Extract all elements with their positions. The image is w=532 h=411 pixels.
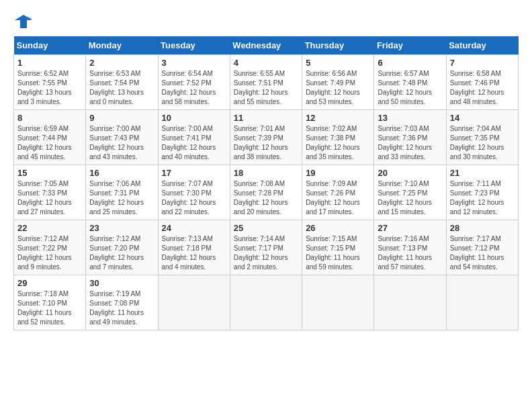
day-cell — [158, 275, 230, 330]
day-info: Sunrise: 6:54 AM Sunset: 7:52 PM Dayligh… — [162, 69, 226, 107]
day-info: Sunrise: 7:12 AM Sunset: 7:22 PM Dayligh… — [17, 234, 82, 272]
day-number: 14 — [450, 113, 515, 123]
day-cell — [230, 275, 302, 330]
day-cell: 13Sunrise: 7:03 AM Sunset: 7:36 PM Dayli… — [374, 110, 446, 165]
day-info: Sunrise: 7:13 AM Sunset: 7:18 PM Dayligh… — [162, 234, 226, 272]
day-info: Sunrise: 7:10 AM Sunset: 7:25 PM Dayligh… — [378, 179, 442, 217]
day-cell — [302, 275, 374, 330]
day-number: 29 — [17, 278, 82, 288]
day-number: 9 — [89, 113, 154, 123]
day-cell: 12Sunrise: 7:02 AM Sunset: 7:38 PM Dayli… — [302, 110, 374, 165]
day-info: Sunrise: 6:52 AM Sunset: 7:55 PM Dayligh… — [17, 69, 82, 107]
day-number: 28 — [450, 223, 515, 233]
day-cell: 27Sunrise: 7:16 AM Sunset: 7:13 PM Dayli… — [374, 220, 446, 275]
day-info: Sunrise: 6:58 AM Sunset: 7:46 PM Dayligh… — [450, 69, 515, 107]
day-info: Sunrise: 7:08 AM Sunset: 7:28 PM Dayligh… — [234, 179, 298, 217]
day-cell: 7Sunrise: 6:58 AM Sunset: 7:46 PM Daylig… — [446, 55, 518, 110]
day-cell: 16Sunrise: 7:06 AM Sunset: 7:31 PM Dayli… — [86, 165, 158, 220]
day-number: 13 — [378, 113, 442, 123]
day-cell: 22Sunrise: 7:12 AM Sunset: 7:22 PM Dayli… — [14, 220, 86, 275]
day-number: 1 — [17, 58, 82, 68]
day-info: Sunrise: 7:18 AM Sunset: 7:10 PM Dayligh… — [17, 289, 82, 327]
day-number: 24 — [162, 223, 226, 233]
week-row-1: 1Sunrise: 6:52 AM Sunset: 7:55 PM Daylig… — [14, 55, 519, 110]
day-cell: 28Sunrise: 7:17 AM Sunset: 7:12 PM Dayli… — [446, 220, 518, 275]
day-number: 3 — [162, 58, 226, 68]
day-number: 22 — [17, 223, 82, 233]
day-number: 21 — [450, 168, 515, 178]
day-number: 25 — [234, 223, 298, 233]
day-number: 11 — [234, 113, 298, 123]
day-number: 26 — [306, 223, 370, 233]
day-info: Sunrise: 7:14 AM Sunset: 7:17 PM Dayligh… — [234, 234, 298, 272]
day-cell: 20Sunrise: 7:10 AM Sunset: 7:25 PM Dayli… — [374, 165, 446, 220]
day-info: Sunrise: 7:04 AM Sunset: 7:35 PM Dayligh… — [450, 124, 515, 162]
day-info: Sunrise: 7:15 AM Sunset: 7:15 PM Dayligh… — [306, 234, 370, 272]
column-header-thursday: Thursday — [302, 36, 374, 55]
day-cell: 2Sunrise: 6:53 AM Sunset: 7:54 PM Daylig… — [86, 55, 158, 110]
day-info: Sunrise: 7:00 AM Sunset: 7:41 PM Dayligh… — [162, 124, 226, 162]
day-number: 27 — [378, 223, 442, 233]
page-header — [13, 13, 519, 30]
day-info: Sunrise: 7:12 AM Sunset: 7:20 PM Dayligh… — [89, 234, 154, 272]
day-number: 19 — [306, 168, 370, 178]
day-cell: 30Sunrise: 7:19 AM Sunset: 7:08 PM Dayli… — [86, 275, 158, 330]
week-row-4: 22Sunrise: 7:12 AM Sunset: 7:22 PM Dayli… — [14, 220, 519, 275]
day-info: Sunrise: 7:16 AM Sunset: 7:13 PM Dayligh… — [378, 234, 442, 272]
day-number: 15 — [17, 168, 82, 178]
day-info: Sunrise: 7:06 AM Sunset: 7:31 PM Dayligh… — [89, 179, 154, 217]
day-number: 17 — [162, 168, 226, 178]
week-row-2: 8Sunrise: 6:59 AM Sunset: 7:44 PM Daylig… — [14, 110, 519, 165]
day-info: Sunrise: 7:19 AM Sunset: 7:08 PM Dayligh… — [89, 289, 154, 327]
day-info: Sunrise: 7:17 AM Sunset: 7:12 PM Dayligh… — [450, 234, 515, 272]
day-cell: 11Sunrise: 7:01 AM Sunset: 7:39 PM Dayli… — [230, 110, 302, 165]
day-number: 4 — [234, 58, 298, 68]
day-cell: 9Sunrise: 7:00 AM Sunset: 7:43 PM Daylig… — [86, 110, 158, 165]
day-info: Sunrise: 7:02 AM Sunset: 7:38 PM Dayligh… — [306, 124, 370, 162]
day-cell: 5Sunrise: 6:56 AM Sunset: 7:49 PM Daylig… — [302, 55, 374, 110]
day-cell — [374, 275, 446, 330]
column-headers: SundayMondayTuesdayWednesdayThursdayFrid… — [14, 36, 519, 55]
day-cell: 26Sunrise: 7:15 AM Sunset: 7:15 PM Dayli… — [302, 220, 374, 275]
day-number: 23 — [89, 223, 154, 233]
day-cell: 3Sunrise: 6:54 AM Sunset: 7:52 PM Daylig… — [158, 55, 230, 110]
day-info: Sunrise: 6:59 AM Sunset: 7:44 PM Dayligh… — [17, 124, 82, 162]
day-info: Sunrise: 6:55 AM Sunset: 7:51 PM Dayligh… — [234, 69, 298, 107]
day-cell: 17Sunrise: 7:07 AM Sunset: 7:30 PM Dayli… — [158, 165, 230, 220]
day-cell: 4Sunrise: 6:55 AM Sunset: 7:51 PM Daylig… — [230, 55, 302, 110]
day-number: 30 — [89, 278, 154, 288]
day-number: 16 — [89, 168, 154, 178]
day-cell: 19Sunrise: 7:09 AM Sunset: 7:26 PM Dayli… — [302, 165, 374, 220]
day-number: 8 — [17, 113, 82, 123]
day-number: 10 — [162, 113, 226, 123]
day-cell: 8Sunrise: 6:59 AM Sunset: 7:44 PM Daylig… — [14, 110, 86, 165]
day-cell: 23Sunrise: 7:12 AM Sunset: 7:20 PM Dayli… — [86, 220, 158, 275]
column-header-saturday: Saturday — [446, 36, 518, 55]
column-header-tuesday: Tuesday — [158, 36, 230, 55]
day-cell: 6Sunrise: 6:57 AM Sunset: 7:48 PM Daylig… — [374, 55, 446, 110]
day-number: 7 — [450, 58, 515, 68]
day-info: Sunrise: 7:07 AM Sunset: 7:30 PM Dayligh… — [162, 179, 226, 217]
day-number: 18 — [234, 168, 298, 178]
day-info: Sunrise: 7:05 AM Sunset: 7:33 PM Dayligh… — [17, 179, 82, 217]
column-header-sunday: Sunday — [14, 36, 86, 55]
day-info: Sunrise: 6:56 AM Sunset: 7:49 PM Dayligh… — [306, 69, 370, 107]
calendar-table: SundayMondayTuesdayWednesdayThursdayFrid… — [13, 36, 519, 330]
column-header-friday: Friday — [374, 36, 446, 55]
day-cell — [446, 275, 518, 330]
column-header-monday: Monday — [86, 36, 158, 55]
day-number: 6 — [378, 58, 442, 68]
day-cell: 10Sunrise: 7:00 AM Sunset: 7:41 PM Dayli… — [158, 110, 230, 165]
day-cell: 29Sunrise: 7:18 AM Sunset: 7:10 PM Dayli… — [14, 275, 86, 330]
logo-icon — [13, 13, 34, 30]
day-cell: 18Sunrise: 7:08 AM Sunset: 7:28 PM Dayli… — [230, 165, 302, 220]
day-cell: 15Sunrise: 7:05 AM Sunset: 7:33 PM Dayli… — [14, 165, 86, 220]
week-row-5: 29Sunrise: 7:18 AM Sunset: 7:10 PM Dayli… — [14, 275, 519, 330]
day-number: 2 — [89, 58, 154, 68]
day-info: Sunrise: 7:11 AM Sunset: 7:23 PM Dayligh… — [450, 179, 515, 217]
day-cell: 1Sunrise: 6:52 AM Sunset: 7:55 PM Daylig… — [14, 55, 86, 110]
day-cell: 14Sunrise: 7:04 AM Sunset: 7:35 PM Dayli… — [446, 110, 518, 165]
day-info: Sunrise: 6:57 AM Sunset: 7:48 PM Dayligh… — [378, 69, 442, 107]
column-header-wednesday: Wednesday — [230, 36, 302, 55]
day-info: Sunrise: 7:01 AM Sunset: 7:39 PM Dayligh… — [234, 124, 298, 162]
